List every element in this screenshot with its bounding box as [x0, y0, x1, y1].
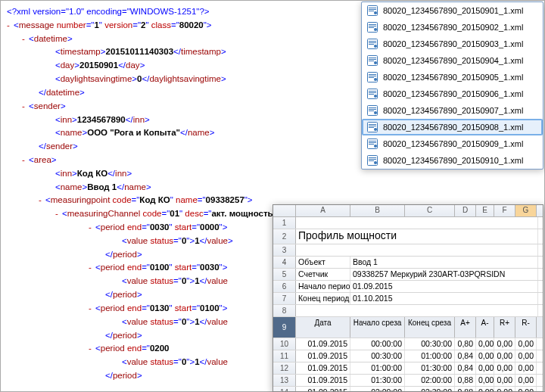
cell[interactable]: 0,00	[515, 338, 537, 350]
row-header[interactable]: 7	[273, 293, 296, 304]
cell[interactable]: 0,80	[455, 338, 476, 350]
cell[interactable]: 0,00	[476, 350, 494, 362]
row-header[interactable]: 8	[273, 305, 296, 316]
collapse-icon[interactable]: -	[22, 155, 26, 164]
file-row[interactable]: 80020_1234567890_20150901_1.xml	[362, 2, 543, 19]
cell[interactable]: 0,00	[515, 362, 537, 374]
row-header[interactable]: 10	[273, 338, 296, 350]
cell[interactable]: 01:30:00	[350, 375, 405, 386]
file-row[interactable]: 80020_1234567890_20150903_1.xml	[362, 36, 543, 52]
cell[interactable]: 00:30:00	[405, 338, 455, 350]
xml-file-icon	[366, 38, 378, 50]
row-header[interactable]: 9	[273, 317, 296, 338]
col-header[interactable]: C	[405, 205, 455, 216]
col-header[interactable]: G	[515, 205, 537, 216]
xml-area-name: <name>Ввод 1</name>	[5, 181, 544, 194]
cell[interactable]: 0,00	[515, 375, 537, 386]
cell[interactable]: 0,00	[515, 387, 537, 392]
collapse-icon[interactable]: -	[39, 195, 43, 204]
collapse-icon[interactable]: -	[89, 263, 93, 272]
cell[interactable]: 0,00	[494, 362, 515, 374]
xml-file-icon	[366, 54, 378, 67]
cell[interactable]: 02:00:00	[350, 387, 405, 392]
cell[interactable]: 0,00	[494, 350, 515, 362]
table-header: A+	[455, 317, 476, 338]
svg-point-4	[374, 11, 377, 14]
file-row[interactable]: 80020_1234567890_20150905_1.xml	[362, 69, 543, 86]
cell[interactable]: 01:00:00	[405, 350, 455, 362]
cell[interactable]: 01.09.2015	[296, 387, 350, 392]
row-header[interactable]: 4	[273, 257, 296, 268]
cell[interactable]: 01.09.2015	[296, 375, 350, 386]
cell[interactable]: 0,88	[455, 387, 476, 392]
svg-rect-36	[369, 124, 376, 125]
svg-rect-1	[369, 8, 376, 8]
file-row[interactable]: 80020_1234567890_20150908_1.xml	[362, 119, 543, 135]
cell[interactable]: 0,00	[515, 350, 537, 362]
cell[interactable]: 02:00:00	[405, 375, 455, 386]
svg-rect-8	[369, 27, 374, 28]
cell[interactable]: 0,00	[494, 375, 515, 386]
cell[interactable]: 0,84	[455, 350, 476, 362]
file-list-panel: 80020_1234567890_20150901_1.xml80020_123…	[361, 2, 543, 170]
cell[interactable]: 0,00	[476, 387, 494, 392]
cell[interactable]: 0,00	[494, 387, 515, 392]
collapse-icon[interactable]: -	[89, 303, 93, 313]
file-row[interactable]: 80020_1234567890_20150909_1.xml	[362, 135, 543, 152]
file-row[interactable]: 80020_1234567890_20150907_1.xml	[362, 102, 543, 119]
file-row[interactable]: 80020_1234567890_20150902_1.xml	[362, 19, 543, 36]
row-header[interactable]: 13	[273, 375, 296, 386]
sheet-row: 1	[273, 217, 543, 229]
row-header[interactable]: 1	[273, 217, 296, 229]
file-name: 80020_1234567890_20150908_1.xml	[383, 123, 523, 132]
col-header[interactable]: E	[476, 205, 494, 216]
cell[interactable]: 01:30:00	[405, 362, 455, 374]
file-name: 80020_1234567890_20150910_1.xml	[383, 156, 523, 165]
collapse-icon[interactable]: -	[89, 344, 93, 353]
col-header[interactable]: D	[455, 205, 476, 216]
svg-rect-6	[369, 24, 376, 25]
cell[interactable]: 02:30:00	[405, 387, 455, 392]
row-header[interactable]: 6	[273, 281, 296, 292]
collapse-icon[interactable]: -	[7, 20, 11, 30]
xml-file-icon	[366, 88, 378, 100]
value: Ввод 1	[350, 257, 538, 268]
value: 09338257 Меркурий 230ART-03PQRSIDN	[350, 269, 538, 280]
row-header[interactable]: 2	[273, 229, 296, 244]
cell[interactable]: 01.09.2015	[296, 350, 350, 362]
collapse-icon[interactable]: -	[89, 222, 93, 232]
file-row[interactable]: 80020_1234567890_20150904_1.xml	[362, 52, 543, 69]
col-header[interactable]: B	[350, 205, 405, 216]
cell[interactable]: 0,00	[494, 338, 515, 350]
cell[interactable]: 0,00	[476, 375, 494, 386]
row-header[interactable]: 11	[273, 350, 296, 362]
row-header[interactable]: 3	[273, 244, 296, 256]
file-row[interactable]: 80020_1234567890_20150906_1.xml	[362, 86, 543, 102]
svg-rect-32	[369, 109, 376, 110]
col-header[interactable]: F	[494, 205, 515, 216]
collapse-icon[interactable]: -	[22, 101, 26, 110]
cell[interactable]: 00:30:00	[350, 350, 405, 362]
cell[interactable]: 0,00	[476, 362, 494, 374]
collapse-icon[interactable]: -	[22, 34, 26, 43]
cell[interactable]: 0,84	[455, 362, 476, 374]
svg-point-19	[374, 61, 377, 64]
row-header[interactable]: 12	[273, 362, 296, 374]
label: Объект	[296, 257, 350, 268]
svg-point-44	[374, 145, 377, 148]
file-list-body[interactable]: 80020_1234567890_20150901_1.xml80020_123…	[362, 2, 543, 169]
cell[interactable]: 01.09.2015	[296, 338, 350, 350]
row-header[interactable]: 14	[273, 387, 296, 392]
cell[interactable]: 01:00:00	[350, 362, 405, 374]
col-header[interactable]: A	[296, 205, 350, 216]
cell[interactable]: 01.09.2015	[296, 362, 350, 374]
svg-rect-2	[369, 9, 376, 10]
select-all-corner[interactable]	[273, 205, 296, 216]
row-header[interactable]: 5	[273, 269, 296, 280]
file-row[interactable]: 80020_1234567890_20150910_1.xml	[362, 152, 543, 169]
cell[interactable]: 00:00:00	[350, 338, 405, 350]
cell[interactable]: 0,88	[455, 375, 476, 386]
file-name: 80020_1234567890_20150907_1.xml	[383, 106, 523, 115]
collapse-icon[interactable]: -	[55, 209, 60, 218]
cell[interactable]: 0,00	[476, 338, 494, 350]
